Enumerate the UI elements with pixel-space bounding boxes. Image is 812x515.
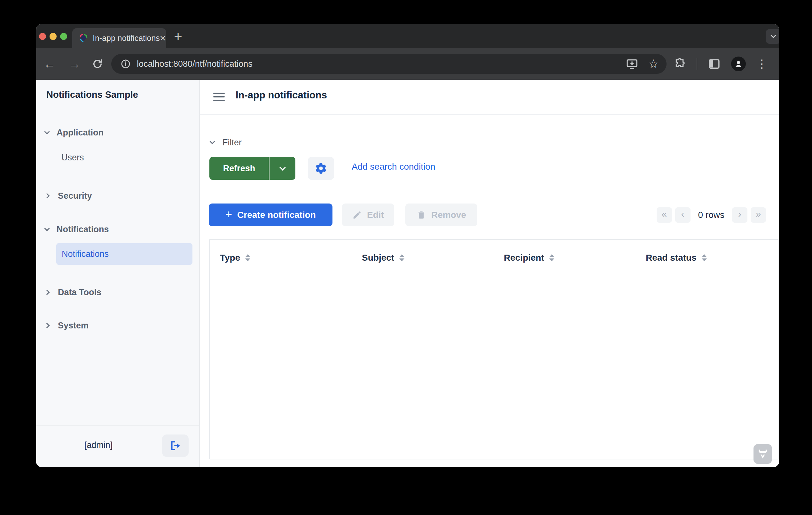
forward-button[interactable]: → [65, 48, 83, 80]
sort-icon[interactable] [702, 254, 707, 261]
close-window-button[interactable] [39, 33, 46, 40]
extensions-puzzle-icon[interactable] [673, 57, 686, 70]
browser-window: In-app notifications × + ← → localhost:8… [36, 24, 779, 467]
toolbar-divider [697, 58, 697, 70]
tab-title: In-app notifications [93, 34, 160, 43]
edit-button[interactable]: Edit [342, 204, 394, 226]
view-header: In-app notifications [200, 80, 779, 115]
browser-toolbar: ← → localhost:8080/ntf/notifications ☆ [36, 48, 779, 80]
install-app-icon[interactable] [626, 58, 638, 70]
notifications-table: Type Subject Recipient Read status [209, 239, 778, 459]
back-button[interactable]: ← [40, 48, 58, 80]
sidebar-item-security[interactable]: Security [45, 188, 92, 203]
sort-icon[interactable] [549, 254, 554, 261]
browser-tab[interactable]: In-app notifications × [72, 28, 166, 48]
filter-settings-button[interactable] [308, 157, 334, 180]
chevron-right-icon [45, 323, 50, 328]
new-tab-button[interactable]: + [170, 28, 186, 45]
column-header-read-status[interactable]: Read status [636, 240, 778, 276]
gear-icon [315, 162, 327, 175]
menu-toggle-button[interactable] [211, 90, 227, 105]
bookmark-star-icon[interactable]: ☆ [648, 57, 659, 71]
sidebar-item-data-tools[interactable]: Data Tools [45, 285, 102, 300]
table-header-row: Type Subject Recipient Read status [210, 240, 778, 276]
reload-icon [92, 58, 103, 70]
jmix-favicon-icon [79, 33, 88, 43]
page-content: Notifications Sample Application Users S… [36, 80, 779, 467]
sort-icon[interactable] [245, 254, 250, 261]
tab-search-button[interactable] [766, 29, 779, 44]
column-header-recipient[interactable]: Recipient [494, 240, 636, 276]
browser-menu-icon[interactable]: ⋮ [756, 57, 767, 70]
logout-icon [170, 440, 181, 451]
side-panel-icon[interactable] [707, 57, 721, 70]
sort-icon[interactable] [399, 254, 404, 261]
pencil-icon [352, 210, 362, 220]
chevron-right-icon [45, 193, 50, 199]
vaadin-dev-tools-button[interactable] [754, 444, 772, 464]
app-title: Notifications Sample [46, 89, 138, 100]
trash-icon [416, 210, 426, 220]
refresh-split-button: Refresh [209, 157, 295, 180]
sidebar-item-notifications-selected[interactable]: Notifications [56, 243, 193, 265]
column-header-type[interactable]: Type [210, 240, 352, 276]
previous-page-button[interactable]: ‹ [675, 207, 691, 223]
remove-button[interactable]: Remove [405, 204, 477, 226]
pagination: « ‹ 0 rows › » [657, 204, 766, 226]
page-title: In-app notifications [236, 89, 327, 101]
next-page-button[interactable]: › [732, 207, 747, 223]
chevron-down-icon [210, 139, 215, 144]
close-tab-icon[interactable]: × [160, 33, 166, 43]
sidebar-item-system[interactable]: System [45, 318, 89, 333]
plus-icon: + [225, 208, 232, 221]
zoom-window-button[interactable] [60, 33, 67, 40]
minimize-window-button[interactable] [50, 33, 57, 40]
create-notification-button[interactable]: + Create notification [209, 204, 332, 226]
person-icon [733, 58, 744, 69]
site-info-icon[interactable] [120, 58, 131, 69]
current-user-label: [admin] [55, 440, 142, 450]
filter-collapse-toggle[interactable]: Filter [210, 136, 242, 149]
chevron-down-icon [280, 164, 286, 171]
address-bar[interactable]: localhost:8080/ntf/notifications ☆ [111, 54, 667, 74]
refresh-button[interactable]: Refresh [209, 157, 269, 180]
chevron-down-icon [45, 129, 50, 134]
first-page-button[interactable]: « [657, 207, 672, 223]
rows-count-label: 0 rows [698, 210, 724, 220]
chevron-down-icon [771, 33, 776, 38]
profile-avatar[interactable] [731, 57, 746, 71]
sidebar-item-notifications-group[interactable]: Notifications [45, 222, 109, 237]
column-header-subject[interactable]: Subject [352, 240, 494, 276]
chevron-right-icon [45, 290, 50, 295]
sidebar-item-users[interactable]: Users [61, 150, 84, 165]
reload-button[interactable] [89, 48, 107, 80]
tab-strip: In-app notifications × + [36, 24, 779, 48]
last-page-button[interactable]: » [751, 207, 766, 223]
sidebar: Notifications Sample Application Users S… [36, 80, 200, 467]
main-area: In-app notifications Filter Refresh Add … [200, 80, 779, 467]
refresh-dropdown-button[interactable] [269, 157, 295, 180]
sidebar-footer: [admin] [36, 425, 199, 467]
url-text[interactable]: localhost:8080/ntf/notifications [137, 59, 253, 69]
sidebar-item-application[interactable]: Application [45, 125, 104, 140]
vaadin-icon [757, 448, 768, 460]
add-search-condition-link[interactable]: Add search condition [352, 162, 435, 172]
chevron-down-icon [45, 226, 50, 231]
logout-button[interactable] [162, 434, 188, 457]
